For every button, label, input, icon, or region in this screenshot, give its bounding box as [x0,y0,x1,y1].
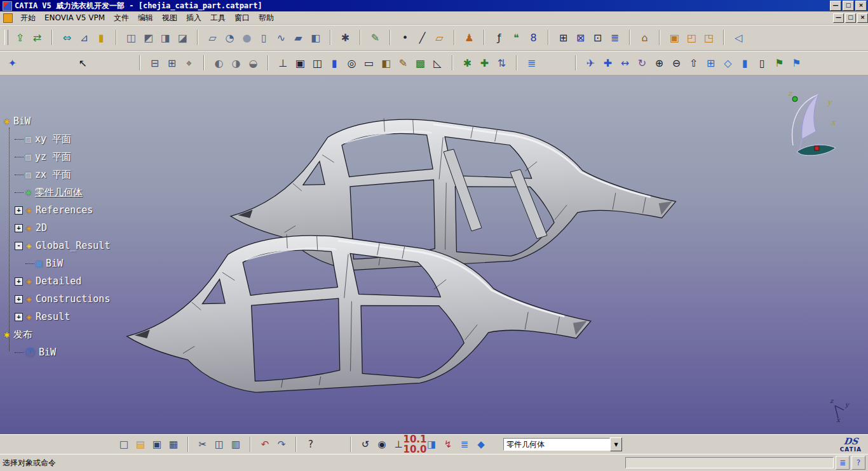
half-sphere-icon[interactable]: ◑ [228,55,244,71]
tree-label-biw-join[interactable]: BiW [46,258,63,269]
tree-label-plane-zx[interactable]: zx 平面 [35,169,71,181]
instantiate-from-document-icon[interactable]: ◫ [123,30,139,46]
rotate-view-icon[interactable]: ↻ [634,55,650,71]
tree-label-result[interactable]: Result [36,311,70,322]
insert-body-icon[interactable]: ◆ [473,437,489,452]
tree-label-references[interactable]: References [36,204,93,216]
save-icon[interactable]: ▣ [149,437,165,452]
update-icon[interactable]: ↺ [358,437,373,452]
document-minimize-button[interactable]: — [833,13,844,23]
comment-icon[interactable]: ❝ [508,30,524,46]
cylinder-surface-icon[interactable]: ▯ [256,30,272,46]
minimize-button[interactable]: — [830,1,841,11]
mold-base-icon[interactable]: ◳ [701,30,717,46]
measure-inertia-icon[interactable]: ▮ [93,30,109,46]
gear-green-icon[interactable]: ✱ [459,55,475,71]
structure-list-icon[interactable]: ≣ [457,437,472,452]
isometric-view-icon[interactable]: ◇ [720,55,736,71]
offset-surface-icon[interactable]: ◧ [308,30,323,46]
menu-item-start[interactable]: 开始 [16,12,40,24]
constraints-icon[interactable]: ↯ [440,437,456,452]
mean-dimensions-icon[interactable]: 10.1 10.0 [407,437,423,452]
plane-tool-icon[interactable]: ▱ [431,30,447,46]
whats-this-help-icon[interactable]: ? [303,437,318,452]
tree-expand-detailed[interactable]: + [15,277,23,286]
in-work-object-combo[interactable]: 零件几何体 ▼ [503,437,622,451]
face-cube-icon[interactable]: ▩ [412,55,428,71]
combo-dropdown-icon[interactable]: ▼ [610,437,622,451]
title-bar[interactable]: CATIA V5 威力洗衣机开发一部 - [chejia_catia_part.… [0,0,868,11]
tree-expand-result[interactable]: + [15,313,23,321]
sketch-analysis-icon[interactable]: ✎ [367,30,383,46]
tree-expand-references[interactable]: + [15,206,23,215]
document-close-button[interactable]: × [857,13,868,23]
tree-item-plane-yz[interactable]: ▨yz 平面 [15,148,110,166]
tree-item-biw-root[interactable]: ✱BiW [4,112,110,130]
tree-label-publications[interactable]: 发布 [13,329,32,341]
tree-label-detailed[interactable]: Detailed [36,275,81,287]
wire-sphere-icon[interactable]: ◒ [245,55,261,71]
menu-item-insert[interactable]: 插入 [182,12,206,24]
tree-item-global-result[interactable]: -◈Global_Result [15,237,110,255]
open-document-icon[interactable]: ▤ [133,437,148,452]
revolve-surface-icon[interactable]: ◔ [222,30,238,46]
zoom-in-icon[interactable]: ⊕ [651,55,667,71]
tree-label-plane-yz[interactable]: yz 平面 [35,151,71,163]
tree-item-biw-publication[interactable]: ⓅBiW [15,343,110,361]
line-icon[interactable]: ╱ [414,30,430,46]
tree-item-publications[interactable]: ✱发布 [4,326,110,343]
tree-item-detailed[interactable]: +◈Detailed [15,272,110,290]
wireframe-mode-icon[interactable]: ▯ [754,55,770,71]
paste-icon[interactable]: ▥ [228,437,243,452]
compass-free-rotation-handle[interactable] [792,96,797,102]
compass-plane[interactable] [802,95,818,139]
tree-label-constructions[interactable]: Constructions [36,293,110,305]
tile-windows-icon[interactable]: ◫ [309,55,325,71]
redo-icon[interactable]: ↷ [274,437,289,452]
3d-viewport[interactable]: z y x z y x ✱BiW▨xy 平面▨yz 平面▨zx 平面✱零件几何体… [0,76,868,434]
tree-label-plane-xy[interactable]: xy 平面 [35,133,71,145]
fly-mode-icon[interactable]: ✈ [583,55,599,71]
powercopy-icon[interactable]: ◨ [158,30,173,46]
announcement-icon[interactable]: ◁ [731,30,747,46]
measure-between-icon[interactable]: ⇔ [59,30,75,46]
gear-icon[interactable]: ✱ [337,30,353,46]
parameters-icon[interactable]: 8 [526,30,541,46]
enovia-save-icon[interactable]: ⇄ [29,30,45,46]
blue-cylinder-icon[interactable]: ▮ [327,55,342,71]
current-workbench-icon[interactable]: ✦ [4,55,20,71]
new-document-icon[interactable]: □ [116,437,132,452]
axis-system-icon[interactable]: ⊥ [275,55,291,71]
manikin-icon[interactable]: ♟ [461,30,477,46]
point-icon[interactable]: • [397,30,413,46]
tree-item-constructions[interactable]: +◈Constructions [15,290,110,308]
grid-icon[interactable]: ⊞ [164,55,180,71]
toolbar-handle[interactable] [4,30,8,45]
surface-patch-icon[interactable]: ◧ [378,55,394,71]
document-restore-button[interactable]: □ [845,13,856,23]
catalog-browser-icon[interactable]: ⌂ [637,30,653,46]
tree-item-2d[interactable]: +◈2D [15,219,110,237]
tree-item-plane-zx[interactable]: ▨zx 平面 [15,166,110,183]
compass-target-icon[interactable]: ⌖ [181,55,197,71]
menu-item-enovia[interactable]: ENOVIA V5 VPM [40,13,109,23]
pencil-edit-icon[interactable]: ✎ [395,55,411,71]
extrude-surface-icon[interactable]: ▱ [205,30,220,46]
reorder-list-icon[interactable]: ≣ [607,30,623,46]
shading-mode-icon[interactable]: ▮ [737,55,753,71]
tree-label-part-body[interactable]: 零件几何体 [35,187,83,199]
restore-button[interactable]: □ [843,1,854,11]
exchange-icon[interactable]: ⇅ [494,55,510,71]
tree-item-plane-xy[interactable]: ▨xy 平面 [15,130,110,148]
tree-expand-constructions[interactable]: + [15,295,23,303]
sweep-surface-icon[interactable]: ∿ [273,30,289,46]
compass-base-square[interactable] [815,146,819,150]
healing-icon[interactable]: ✚ [477,55,492,71]
cut-icon[interactable]: ✂ [195,437,210,452]
menu-item-file[interactable]: 文件 [109,12,133,24]
compass[interactable]: z y x [788,89,836,156]
menu-item-window[interactable]: 窗口 [230,12,254,24]
tube-icon[interactable]: ◎ [344,55,360,71]
manipulation-icon[interactable]: ◉ [374,437,390,452]
tree-item-result[interactable]: +◈Result [15,308,110,326]
